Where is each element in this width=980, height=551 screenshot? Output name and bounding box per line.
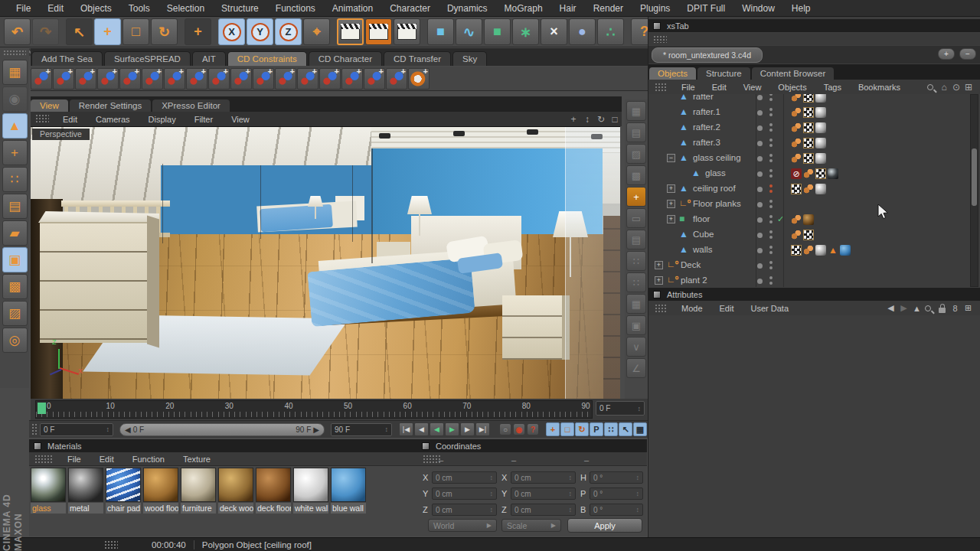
- material-item[interactable]: deck floor: [256, 468, 291, 514]
- expander-icon[interactable]: +: [667, 215, 675, 223]
- viewport-menu-view[interactable]: View: [222, 115, 259, 124]
- viewport-menu-cameras[interactable]: Cameras: [87, 115, 139, 124]
- object-row-Deck[interactable]: +∟⁰Deck: [648, 258, 980, 273]
- side-tool-11-button[interactable]: ▣: [626, 315, 646, 335]
- expander-icon[interactable]: +: [667, 184, 675, 193]
- om-menu-file[interactable]: File: [673, 83, 704, 92]
- material-item[interactable]: furniture: [181, 468, 216, 514]
- transport-grip[interactable]: [31, 423, 38, 436]
- cd-tool-10-button[interactable]: [230, 68, 252, 90]
- material-thumbnail-glass[interactable]: [31, 468, 66, 502]
- side-tool-10-button[interactable]: ▦: [626, 294, 646, 314]
- timeline-ruler[interactable]: 0102030405060708090: [35, 400, 593, 419]
- mat-white-tag-icon[interactable]: [815, 184, 826, 194]
- uv-tag-icon[interactable]: [803, 122, 814, 133]
- cd-tool-3-button[interactable]: [75, 68, 96, 90]
- scale-tool-button[interactable]: □: [122, 18, 149, 45]
- lock-x-axis-button[interactable]: X: [218, 18, 245, 45]
- add-layer-icon[interactable]: ⊞: [962, 82, 975, 93]
- scale-dropdown[interactable]: Scale▶: [501, 519, 561, 532]
- render-visibility-dot[interactable]: [769, 251, 773, 254]
- cd-timer-tool-button[interactable]: [408, 68, 430, 90]
- materials-menu-file[interactable]: File: [58, 455, 90, 464]
- mat-white-tag-icon[interactable]: [815, 107, 826, 118]
- status-grip[interactable]: [104, 540, 118, 549]
- coordinate-field-B[interactable]: 0 °↕: [590, 504, 643, 516]
- cd-tool-4-button[interactable]: [97, 68, 119, 90]
- side-tool-1-button[interactable]: ▦: [626, 101, 646, 121]
- om-menu-tags[interactable]: Tags: [815, 83, 850, 92]
- record-parameter-button[interactable]: P: [590, 422, 603, 436]
- enabled-check-icon[interactable]: ✓: [777, 214, 784, 224]
- last-used-tool-button[interactable]: +: [185, 18, 211, 45]
- visibility-dot[interactable]: [757, 217, 763, 223]
- side-tool-9-button[interactable]: ∷: [626, 272, 646, 292]
- slider-right-icon[interactable]: ▶: [313, 425, 319, 434]
- mat-brown-tag-icon[interactable]: [803, 214, 814, 225]
- coordinates-header[interactable]: Coordinates: [417, 439, 647, 452]
- menu-character[interactable]: Character: [381, 3, 439, 14]
- new-panel-icon[interactable]: ⊞: [962, 303, 975, 313]
- attributes-header[interactable]: Attributes: [648, 288, 980, 301]
- phong-tag-icon[interactable]: [791, 214, 802, 225]
- mat-white-tag-icon[interactable]: [815, 153, 826, 164]
- visibility-dot[interactable]: [757, 171, 763, 177]
- mat-white-tag-icon[interactable]: [815, 122, 826, 133]
- menu-animation[interactable]: Animation: [324, 3, 381, 14]
- warntri-tag-icon[interactable]: ▲: [828, 245, 838, 256]
- editor-visibility-dot[interactable]: [769, 230, 773, 233]
- render-visibility-dot[interactable]: [769, 205, 773, 208]
- coordinate-field-Z[interactable]: 0 cm↕: [432, 504, 497, 516]
- om-menu-objects[interactable]: Objects: [769, 83, 815, 92]
- phong-tag-icon[interactable]: [791, 153, 802, 164]
- editor-visibility-dot[interactable]: [769, 94, 773, 96]
- editor-visibility-dot[interactable]: [769, 139, 773, 142]
- coordinate-field-Y[interactable]: 0 cm↕: [511, 487, 576, 500]
- lock-icon[interactable]: [939, 308, 946, 313]
- add-particles-button[interactable]: ∴: [597, 18, 624, 45]
- cd-tool-13-button[interactable]: [297, 68, 318, 90]
- visibility-dot[interactable]: [757, 95, 763, 100]
- visibility-dot[interactable]: [757, 110, 763, 116]
- render-visibility-dot[interactable]: [769, 144, 773, 147]
- coordinate-field-P[interactable]: 0 °↕: [590, 487, 643, 500]
- object-row-rafter[interactable]: ▲rafter: [648, 94, 980, 105]
- stepper-icon[interactable]: ↕: [636, 490, 640, 497]
- menu-help[interactable]: Help: [783, 3, 819, 14]
- expander-icon[interactable]: −: [667, 154, 675, 162]
- phong-tag-icon[interactable]: [791, 230, 802, 240]
- render-visibility-dot[interactable]: [769, 98, 773, 101]
- next-frame-button[interactable]: ▶: [460, 422, 475, 436]
- material-item[interactable]: wood floor: [143, 468, 178, 514]
- side-tool-5-button[interactable]: +: [626, 187, 646, 207]
- visibility-dot[interactable]: [757, 126, 763, 131]
- editor-visibility-dot[interactable]: [769, 184, 773, 187]
- cd-tool-1-button[interactable]: [31, 68, 52, 90]
- plugin-tab-ait[interactable]: AIT: [192, 51, 226, 66]
- plugin-tab-add-the-sea[interactable]: Add The Sea: [31, 51, 103, 66]
- material-thumbnail-blue-wall[interactable]: [331, 468, 366, 502]
- expander-icon[interactable]: +: [655, 261, 663, 269]
- material-thumbnail-deck-wood[interactable]: [218, 468, 253, 502]
- object-row-rafter-3[interactable]: ▲rafter.3: [648, 135, 980, 151]
- cd-tool-6-button[interactable]: [142, 68, 163, 90]
- phong-tag-icon[interactable]: [791, 107, 802, 118]
- render-visibility-dot[interactable]: [769, 129, 773, 132]
- tree-scrollbar-thumb[interactable]: [972, 148, 977, 206]
- side-tool-4-button[interactable]: ▩: [626, 165, 646, 185]
- object-row-floor[interactable]: +■floor✓: [648, 212, 980, 227]
- uv-tag-icon[interactable]: [803, 230, 814, 240]
- mat-blue-tag-icon[interactable]: [840, 245, 851, 256]
- stepper-icon[interactable]: ↕: [636, 474, 640, 481]
- stepper-icon[interactable]: ↕: [636, 506, 640, 514]
- object-row-plant-2[interactable]: +∟⁰plant 2: [648, 273, 980, 287]
- xs-tab-grip[interactable]: [653, 35, 667, 43]
- render-visibility-dot[interactable]: [769, 159, 773, 162]
- cd-tool-12-button[interactable]: [275, 68, 296, 90]
- side-tool-3-button[interactable]: ▨: [626, 144, 646, 164]
- add-document-button[interactable]: +: [938, 48, 955, 60]
- apply-button[interactable]: Apply: [567, 518, 642, 533]
- material-item[interactable]: white wall: [293, 468, 328, 514]
- uv-tag-icon[interactable]: [803, 107, 814, 118]
- expander-icon[interactable]: +: [655, 276, 663, 285]
